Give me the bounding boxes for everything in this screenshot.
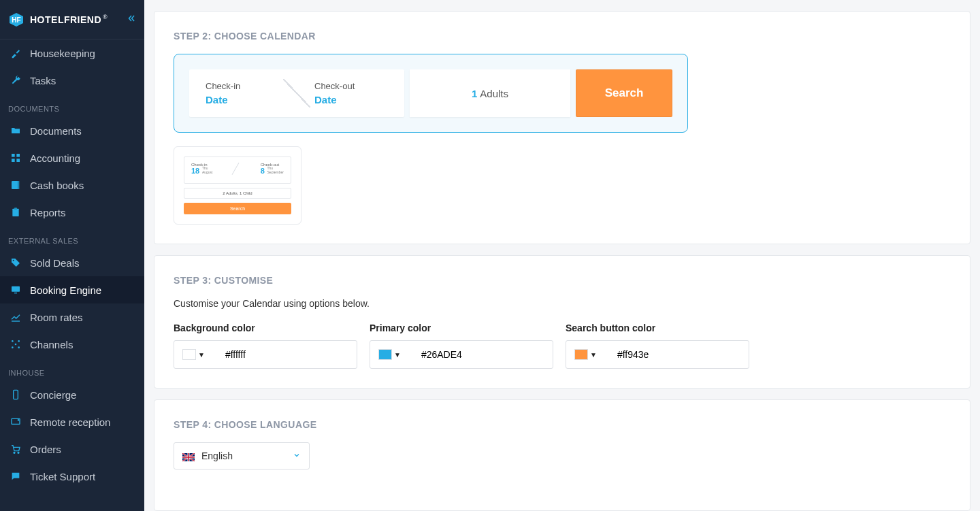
sidebar-item-label: Accounting [30, 152, 80, 164]
bg-swatch-picker[interactable]: ▼ [174, 349, 210, 360]
sidebar-item-sold-deals[interactable]: Sold Deals [0, 249, 144, 276]
sidebar-item-label: Housekeeping [30, 48, 95, 59]
guests-label: Adults [480, 88, 508, 99]
folder-icon [10, 125, 22, 137]
svg-rect-2 [12, 154, 15, 157]
svg-text:HF: HF [12, 16, 20, 24]
primary-swatch-picker[interactable]: ▼ [370, 349, 406, 360]
sidebar-item-label: Reports [30, 207, 66, 218]
sidebar-item-label: Tasks [30, 75, 56, 86]
language-select[interactable]: English [174, 442, 310, 469]
svg-rect-7 [12, 209, 18, 216]
small-checkout-sub: ThuSeptember [267, 167, 284, 174]
svg-point-12 [15, 344, 17, 346]
primary-color-value[interactable] [406, 349, 553, 360]
bg-swatch [182, 349, 196, 360]
search-swatch-picker[interactable]: ▼ [566, 349, 602, 360]
section-label-external: EXTERNAL SALES [0, 226, 144, 249]
svg-point-15 [12, 346, 14, 348]
small-checkin: Check-in 18 ThuAugust [191, 163, 213, 175]
wrench-icon [10, 74, 22, 86]
svg-rect-3 [16, 154, 20, 157]
svg-rect-5 [16, 159, 20, 162]
sidebar-item-ticket-support[interactable]: Ticket Support [0, 463, 144, 490]
sidebar-item-documents[interactable]: Documents [0, 117, 144, 144]
sidebar-item-label: Orders [30, 444, 61, 455]
chart-icon [10, 311, 22, 323]
svg-rect-10 [12, 286, 20, 292]
sidebar-item-label: Room rates [30, 312, 83, 323]
book-icon [10, 179, 22, 191]
search-color-input[interactable]: ▼ [566, 340, 749, 369]
calendar-small-inner: Check-in 18 ThuAugust Check-out 8 ThuSep… [184, 156, 291, 184]
search-color-value[interactable] [602, 349, 749, 360]
tag-icon [10, 257, 22, 269]
sidebar-item-tasks[interactable]: Tasks [0, 67, 144, 94]
brand-name: HOTELFRIEND® [30, 14, 108, 25]
sidebar-collapse-icon[interactable] [127, 14, 136, 25]
bg-color-label: Background color [174, 323, 357, 333]
sidebar-item-label: Sold Deals [30, 257, 80, 269]
reception-icon [10, 416, 22, 428]
search-color-group: Search button color ▼ [566, 323, 749, 369]
sidebar-item-channels[interactable]: Channels [0, 331, 144, 358]
caret-down-icon: ▼ [590, 351, 597, 359]
date-range-box[interactable]: Check-in Date Check-out Date [189, 69, 404, 117]
sidebar-item-orders[interactable]: Orders [0, 435, 144, 463]
card-step2: STEP 2: CHOOSE CALENDAR Check-in Date Ch… [154, 11, 970, 244]
step3-subtitle: Customise your Calendar using options be… [174, 298, 951, 309]
svg-point-13 [12, 340, 14, 342]
checkin-col: Check-in Date [206, 81, 279, 105]
sidebar-item-reports[interactable]: Reports [0, 199, 144, 226]
sidebar-item-accounting[interactable]: Accounting [0, 144, 144, 171]
small-divider-icon [232, 163, 240, 175]
search-swatch [574, 349, 588, 360]
sidebar-item-cash-books[interactable]: Cash books [0, 171, 144, 199]
cart-icon [10, 443, 22, 455]
sidebar-item-concierge[interactable]: Concierge [0, 381, 144, 408]
svg-rect-8 [14, 208, 17, 210]
flag-uk-icon [182, 452, 195, 460]
sidebar-scroll[interactable]: Housekeeping Tasks DOCUMENTS Documents [0, 39, 144, 511]
section-label-documents: DOCUMENTS [0, 94, 144, 117]
main-content[interactable]: STEP 2: CHOOSE CALENDAR Check-in Date Ch… [144, 0, 980, 511]
brand-logo-icon: HF [8, 12, 24, 28]
search-color-label: Search button color [566, 323, 749, 333]
guests-count: 1 [472, 88, 477, 99]
broom-icon [10, 47, 22, 59]
sidebar-header: HF HOTELFRIEND® [0, 0, 144, 39]
checkout-label: Check-out [314, 81, 388, 91]
svg-point-20 [14, 452, 15, 453]
sidebar: HF HOTELFRIEND® Housekeeping Tasks [0, 0, 144, 511]
sidebar-item-label: Cash books [30, 180, 84, 191]
sidebar-item-label: Ticket Support [30, 471, 95, 482]
bg-color-value[interactable] [210, 349, 357, 360]
checkin-label: Check-in [206, 81, 279, 91]
sidebar-item-remote-reception[interactable]: Remote reception [0, 408, 144, 435]
checkout-value: Date [314, 94, 388, 105]
date-divider-icon [283, 79, 310, 108]
primary-color-group: Primary color ▼ [370, 323, 553, 369]
small-date-row: Check-in 18 ThuAugust Check-out 8 ThuSep… [191, 163, 284, 175]
calendar-layout-option-2[interactable]: Check-in 18 ThuAugust Check-out 8 ThuSep… [174, 146, 301, 225]
primary-color-input[interactable]: ▼ [370, 340, 553, 369]
calendar-layout-option-1[interactable]: Check-in Date Check-out Date 1 Adults S [174, 54, 688, 133]
svg-rect-4 [12, 159, 15, 162]
primary-swatch [378, 349, 392, 360]
svg-point-16 [18, 346, 20, 348]
svg-point-9 [13, 260, 14, 261]
sidebar-item-housekeeping[interactable]: Housekeeping [0, 39, 144, 67]
background-color-group: Background color ▼ [174, 323, 357, 369]
guests-box[interactable]: 1 Adults [410, 69, 570, 117]
brand[interactable]: HF HOTELFRIEND® [8, 12, 108, 28]
search-button[interactable]: Search [576, 69, 672, 117]
sidebar-item-room-rates[interactable]: Room rates [0, 303, 144, 331]
small-checkout: Check-out 8 ThuSeptember [261, 163, 284, 175]
checkin-value: Date [206, 94, 279, 105]
sidebar-item-booking-engine[interactable]: Booking Engine [0, 276, 144, 303]
svg-rect-26 [182, 457, 195, 458]
sidebar-item-label: Remote reception [30, 416, 110, 428]
language-value: English [201, 450, 286, 461]
bg-color-input[interactable]: ▼ [174, 340, 357, 369]
calendar-row: Check-in Date Check-out Date 1 Adults S [189, 69, 672, 117]
